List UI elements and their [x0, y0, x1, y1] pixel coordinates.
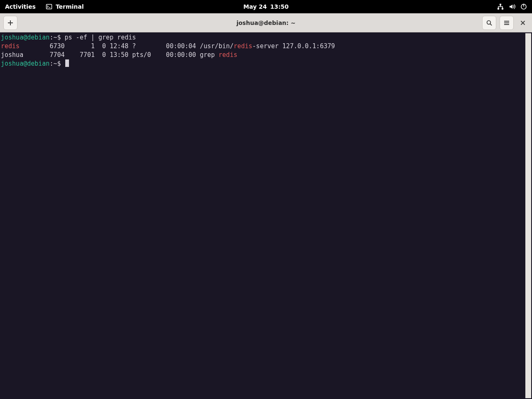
prompt-symbol: $ [57, 34, 61, 41]
search-button[interactable] [482, 16, 496, 30]
close-window-button[interactable] [517, 17, 529, 29]
grep-match: redis [234, 42, 252, 50]
current-app-indicator[interactable]: Terminal [46, 3, 84, 10]
system-status-area[interactable] [497, 3, 527, 10]
window-title: joshua@debian: ~ [236, 20, 296, 26]
power-icon [520, 3, 527, 10]
prompt-user-host: joshua@debian [1, 34, 49, 41]
output-line: -server 127.0.0.1:6379 [252, 42, 335, 50]
terminal-app-icon [46, 3, 52, 10]
svg-rect-3 [498, 8, 499, 10]
svg-rect-10 [504, 24, 509, 25]
vertical-scrollbar[interactable] [525, 33, 531, 398]
svg-rect-8 [504, 21, 509, 22]
output-line: 6730 1 0 12:48 ? 00:00:04 /usr/bin/ [20, 42, 234, 50]
window-titlebar: joshua@debian: ~ [0, 13, 532, 32]
current-app-name: Terminal [56, 3, 84, 10]
grep-match: redis [1, 42, 20, 50]
hamburger-menu-button[interactable] [500, 16, 514, 30]
prompt-symbol: $ [57, 60, 61, 67]
clock-time: 13:50 [270, 3, 289, 10]
gnome-topbar: Activities Terminal May 24 13:50 [0, 0, 532, 13]
activities-button[interactable]: Activities [5, 3, 36, 10]
svg-rect-6 [523, 4, 524, 7]
volume-icon [509, 3, 515, 10]
terminal-cursor [65, 59, 69, 67]
svg-rect-4 [502, 8, 503, 10]
svg-rect-2 [500, 4, 501, 5]
svg-rect-1 [49, 7, 50, 8]
new-tab-button[interactable] [3, 16, 17, 30]
grep-match: redis [219, 51, 237, 59]
command-text: ps -ef | grep [65, 34, 117, 41]
network-icon [497, 3, 504, 10]
prompt-user-host: joshua@debian [1, 60, 49, 67]
clock[interactable]: May 24 13:50 [243, 3, 288, 10]
output-line: joshua 7704 7701 0 13:50 pts/0 00:00:00 … [1, 51, 219, 59]
svg-rect-0 [46, 5, 52, 9]
clock-date: May 24 [243, 3, 266, 10]
terminal-content[interactable]: joshua@debian:~$ ps -ef | grep redis red… [1, 33, 525, 398]
terminal-viewport[interactable]: joshua@debian:~$ ps -ef | grep redis red… [0, 32, 532, 399]
svg-rect-9 [504, 22, 509, 23]
command-arg: redis [117, 34, 136, 41]
